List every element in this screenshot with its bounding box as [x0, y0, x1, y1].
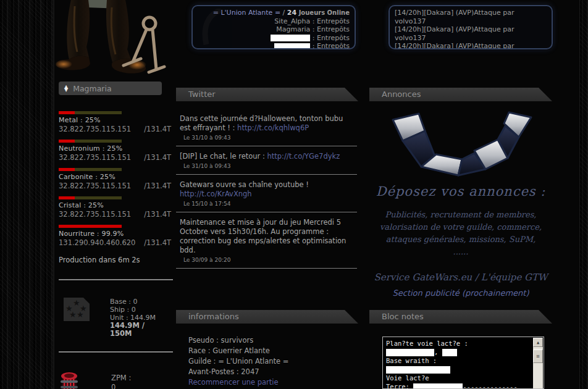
online-count: 24	[287, 9, 296, 17]
resource-bar	[59, 225, 122, 228]
note-line	[386, 365, 531, 374]
tweet-item: Gatewars ouvre sa chaîne youtube ! http:…	[176, 175, 357, 212]
resource-nourriture: Nourriture : 99.9% 131.290.940.460.620 /…	[59, 225, 173, 247]
production-timer: Production dans 6m 2s	[59, 256, 173, 264]
tweet-link[interactable]: http://t.co/KrAvXngh	[180, 190, 252, 198]
zpm-value: 0	[111, 383, 131, 389]
tweet-text: [DIP] Le chat, le retour :	[180, 152, 267, 161]
resource-bar	[59, 196, 122, 199]
informations-section-header: informations	[176, 310, 358, 324]
zpm-summary: ZPM : 0	[59, 366, 173, 389]
resource-bar	[59, 168, 122, 171]
left-border-texture	[0, 0, 54, 389]
note-line: Terre: --------------	[386, 382, 531, 389]
info-pseudo: Pseudo : survivors	[188, 335, 358, 346]
resource-amount: 131.290.940.460.620	[59, 238, 135, 247]
attack-log-line: [14/20h][Dakara] (AVP)Attaque par volvo1…	[395, 25, 547, 42]
annonces-section-line: Section publicité (prochainement)	[369, 288, 552, 298]
resource-bar	[59, 111, 122, 114]
redacted-planet-name	[271, 35, 310, 41]
restart-game-link[interactable]: Recommencer une partie	[188, 377, 358, 388]
units-ship: Ship : 0	[110, 306, 159, 314]
resource-capacity: /131.4T	[144, 210, 171, 219]
bloc-notes-textarea[interactable]: Plan?te voie lact?e : , Base wraith : Vo…	[382, 337, 544, 389]
planet-selector-label: Magmaria	[73, 84, 112, 93]
twitter-feed: Dans cette journée d?Halloween, tonton b…	[176, 109, 357, 269]
annonces-body: Publicités, recrutement de membres, valo…	[369, 209, 552, 258]
sidebar-divider	[59, 351, 173, 353]
scrollbar-thumb[interactable]: ≡	[533, 349, 543, 363]
tweet-date: Le 31/10 à 09:43	[183, 133, 356, 143]
bloc-notes-section-header: Bloc notes	[369, 310, 552, 324]
annonces-service-line: Service GateWars.eu / L'équipe GTW	[369, 272, 552, 283]
info-avant-postes: Avant-Postes : 2047	[188, 367, 358, 377]
note-line: Plan?te voie lact?e :	[386, 339, 531, 348]
tweet-text: Gatewars ouvre sa chaîne youtube !	[180, 180, 309, 189]
resource-amount: 32.822.735.115.151	[59, 182, 131, 190]
resource-amount: 32.822.735.115.151	[59, 210, 131, 219]
tweet-text: Maintenance et mise à jour du jeu Mercre…	[180, 218, 346, 254]
resource-carbonite: Carbonite : 25% 32.822.735.115.151 /131.…	[59, 168, 173, 190]
resource-neutronium: Neutronium : 25% 32.822.735.115.151 /131…	[59, 140, 173, 162]
resource-capacity: /131.4T	[144, 153, 171, 162]
sidebar-divider	[59, 279, 173, 280]
tweet-date: Le 31/10 à 09:43	[183, 162, 356, 171]
annonces-headline: Déposez vos annonces :	[369, 184, 552, 199]
informations-panel: Pseudo : survivors Race : Guerrier Atlan…	[188, 335, 358, 389]
ribbon-banner-image	[387, 110, 535, 177]
twitter-section-header: Twitter	[176, 88, 358, 101]
info-guilde: Guilde : = L'Union Atlante =	[188, 356, 358, 367]
tweet-item: Maintenance et mise à jour du jeu Mercre…	[176, 212, 357, 269]
resource-cristal: Cristal : 25% 32.822.735.115.151 /131.4T	[59, 196, 173, 219]
redacted-note	[386, 366, 450, 374]
tweet-date: Le 15/10 à 17:54	[183, 199, 356, 209]
resource-capacity: /131.4T	[144, 182, 171, 190]
resources-sidebar: ▲ ▼ Magmaria Metal : 25% 32.822.735.115.…	[59, 82, 173, 389]
notes-scrollbar[interactable]: ▲ ≡	[533, 338, 543, 388]
units-base: Base : 0	[110, 298, 159, 306]
guild-online-box: = L'Union Atlante = / 24 Joueurs Online …	[191, 5, 356, 49]
planet-selector-dropdown[interactable]: ▲ ▼ Magmaria	[59, 82, 162, 95]
resource-amount: 32.822.735.115.151	[59, 125, 131, 133]
units-summary: ★ ★ ★ ★ ★ Base : 0 Ship : 0 Unit : 144.9…	[59, 298, 173, 338]
ribbon-watermark	[196, 9, 233, 46]
tweet-date: Le 30/09 à 20:20	[183, 256, 356, 265]
note-line: Voie lact?e	[386, 374, 531, 382]
gatewars-home-page: = L'Union Atlante = / 24 Joueurs Online …	[0, 0, 588, 389]
resource-bar	[59, 140, 122, 143]
units-stars-icon: ★ ★ ★ ★ ★	[64, 298, 90, 321]
resource-metal: Metal : 25% 32.822.735.115.151 /131.4T	[59, 111, 173, 133]
annonces-section-header: Annonces	[369, 88, 552, 101]
redacted-planet-name	[274, 43, 310, 50]
units-capacity: 144.9M / 150M	[110, 322, 159, 338]
attack-log-box: [14/20h][Dakara] (AVP)Attaque par volvo1…	[388, 5, 553, 49]
redacted-note	[413, 383, 463, 389]
online-label: Joueurs Online	[299, 9, 350, 16]
guild-online-slash: /	[283, 9, 285, 17]
sort-arrows-icon: ▲ ▼	[64, 85, 68, 91]
info-race: Race : Guerrier Atlante	[188, 346, 358, 356]
redacted-note	[442, 349, 457, 356]
character-boots-image	[52, 0, 167, 75]
zpm-crystal-icon	[59, 371, 80, 389]
resource-capacity: /131.4T	[144, 238, 171, 247]
redacted-note	[386, 349, 434, 356]
tweet-link[interactable]: http://t.co/kqhlwq6P	[237, 123, 309, 132]
scrollbar-up-icon[interactable]: ▲	[533, 338, 543, 347]
resource-amount: 32.822.735.115.151	[59, 153, 131, 162]
annonces-panel: Déposez vos annonces : Publicités, recru…	[369, 105, 552, 298]
note-line: Base wraith :	[386, 356, 531, 365]
note-line: ,	[386, 348, 531, 356]
right-border-texture	[579, 0, 588, 389]
resource-capacity: /131.4T	[144, 125, 171, 133]
tweet-item: Dans cette journée d?Halloween, tonton b…	[176, 109, 357, 146]
attack-log-line: [14/20h][Dakara] (AVP)Attaque par volvo1…	[395, 42, 547, 49]
tweet-link[interactable]: http://t.co/YGe7dykz	[267, 152, 340, 161]
tweet-item: [DIP] Le chat, le retour : http://t.co/Y…	[176, 146, 357, 175]
zpm-label: ZPM :	[111, 374, 131, 383]
attack-log-line: [14/20h][Dakara] (AVP)Attaque par volvo1…	[395, 9, 547, 25]
